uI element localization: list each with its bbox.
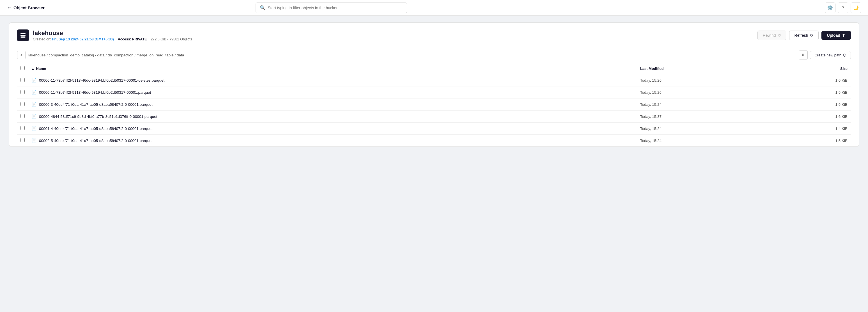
file-browser: < lakehouse / compaction_demo_catalog / … <box>17 47 851 147</box>
svg-rect-0 <box>21 33 26 34</box>
file-icon: 📄 <box>31 102 37 107</box>
table-row: 📄 00000-4844-58df71c9-9b8d-4bf0-a77b-8c5… <box>17 111 851 123</box>
create-new-path-button[interactable]: Create new path ⬡ <box>810 51 851 59</box>
file-icon: 📄 <box>31 78 37 83</box>
breadcrumb-path: lakehouse / compaction_demo_catalog / da… <box>28 53 796 57</box>
file-name[interactable]: 00000-4844-58df71c9-9b8d-4bf0-a77b-8c51e… <box>39 115 157 119</box>
row-modified-cell: Today, 15:24 <box>637 135 768 147</box>
row-checkbox-4[interactable] <box>21 126 25 130</box>
row-size-cell: 1.5 KiB <box>768 86 851 98</box>
row-checkbox-cell <box>17 86 28 98</box>
file-name[interactable]: 00000-11-73b74f2f-5113-46dc-9319-bbf0b2d… <box>39 78 164 83</box>
bucket-meta: Created on: Fri, Sep 13 2024 02:21:58 (G… <box>33 37 192 41</box>
row-name-cell: 📄 00001-4-40ed4f71-f0da-41a7-ae05-d8aba5… <box>28 123 637 135</box>
gear-icon: ⚙️ <box>827 5 833 10</box>
table-header-row: ▲ Name Last Modified Size <box>17 63 851 74</box>
top-navigation: ← Object Browser 🔍 ⚙️ ? 🌙 <box>0 0 868 16</box>
refresh-button[interactable]: Refresh ↻ <box>789 31 818 40</box>
row-checkbox-3[interactable] <box>21 114 25 118</box>
size-column-header: Size <box>768 63 851 74</box>
row-checkbox-5[interactable] <box>21 138 25 142</box>
breadcrumb-back-button[interactable]: < <box>17 51 26 59</box>
file-name[interactable]: 00000-3-40ed4f71-f0da-41a7-ae05-d8aba584… <box>39 102 153 106</box>
bucket-icon <box>17 29 29 41</box>
breadcrumb-bar: < lakehouse / compaction_demo_catalog / … <box>17 47 851 63</box>
table-row: 📄 00000-11-73b74f2f-5113-46dc-9319-bbf0b… <box>17 74 851 86</box>
row-size-cell: 1.4 KiB <box>768 123 851 135</box>
table-row: 📄 00001-4-40ed4f71-f0da-41a7-ae05-d8aba5… <box>17 123 851 135</box>
sort-arrow-icon: ▲ <box>31 67 34 70</box>
row-checkbox-1[interactable] <box>21 90 25 94</box>
upload-button[interactable]: Upload ⬆ <box>822 31 851 40</box>
upload-label: Upload <box>827 33 840 38</box>
copy-icon: ⧉ <box>802 53 804 57</box>
back-icon: < <box>20 53 23 57</box>
name-column-header: ▲ Name <box>28 63 637 74</box>
row-size-cell: 1.6 KiB <box>768 111 851 123</box>
row-name-cell: 📄 00000-3-40ed4f71-f0da-41a7-ae05-d8aba5… <box>28 98 637 111</box>
upload-icon: ⬆ <box>842 33 845 38</box>
row-modified-cell: Today, 15:24 <box>637 123 768 135</box>
rewind-label: Rewind <box>763 33 776 38</box>
row-checkbox-cell <box>17 74 28 86</box>
row-modified-cell: Today, 15:26 <box>637 74 768 86</box>
back-arrow-icon: ← <box>7 5 12 11</box>
new-path-icon: ⬡ <box>843 53 846 57</box>
help-icon: ? <box>842 5 844 10</box>
bucket-info: lakehouse Created on: Fri, Sep 13 2024 0… <box>33 29 192 41</box>
select-all-checkbox[interactable] <box>21 66 25 70</box>
search-icon: 🔍 <box>260 5 266 10</box>
row-name-cell: 📄 00000-11-73b74f2f-5113-46dc-9319-bbf0b… <box>28 86 637 98</box>
file-name[interactable]: 00001-4-40ed4f71-f0da-41a7-ae05-d8aba584… <box>39 127 153 131</box>
refresh-label: Refresh <box>795 33 808 38</box>
created-label: Created on: <box>33 37 51 41</box>
row-checkbox-2[interactable] <box>21 102 25 106</box>
row-checkbox-0[interactable] <box>21 78 25 82</box>
row-size-cell: 1.5 KiB <box>768 135 851 147</box>
row-checkbox-cell <box>17 135 28 147</box>
bucket-header: lakehouse Created on: Fri, Sep 13 2024 0… <box>17 29 851 41</box>
file-name[interactable]: 00000-11-73b74f2f-5113-46dc-9319-bbf0b2d… <box>39 90 151 95</box>
new-path-label: Create new path <box>815 53 841 57</box>
moon-icon: 🌙 <box>853 5 859 10</box>
row-modified-cell: Today, 15:24 <box>637 98 768 111</box>
row-name-cell: 📄 00002-5-40ed4f71-f0da-41a7-ae05-d8aba5… <box>28 135 637 147</box>
row-size-cell: 1.6 KiB <box>768 74 851 86</box>
last-modified-column-header: Last Modified <box>637 63 768 74</box>
row-size-cell: 1.5 KiB <box>768 98 851 111</box>
database-icon <box>20 32 26 39</box>
nav-actions: ⚙️ ? 🌙 <box>825 2 861 13</box>
theme-toggle-button[interactable]: 🌙 <box>850 2 861 13</box>
svg-rect-2 <box>21 36 26 38</box>
file-icon: 📄 <box>31 126 37 131</box>
back-button[interactable]: ← Object Browser <box>7 5 44 11</box>
bucket-card: lakehouse Created on: Fri, Sep 13 2024 0… <box>9 23 859 147</box>
access-label: Access: <box>118 37 131 41</box>
breadcrumb-actions: ⧉ Create new path ⬡ <box>799 51 851 60</box>
bucket-stats: 272.6 GiB - 79382 Objects <box>151 37 192 41</box>
copy-path-button[interactable]: ⧉ <box>799 51 808 60</box>
row-modified-cell: Today, 15:37 <box>637 111 768 123</box>
table-row: 📄 00000-11-73b74f2f-5113-46dc-9319-bbf0b… <box>17 86 851 98</box>
rewind-icon: ↺ <box>778 33 781 38</box>
table-row: 📄 00002-5-40ed4f71-f0da-41a7-ae05-d8aba5… <box>17 135 851 147</box>
bucket-name: lakehouse <box>33 29 192 37</box>
row-name-cell: 📄 00000-4844-58df71c9-9b8d-4bf0-a77b-8c5… <box>28 111 637 123</box>
file-name[interactable]: 00002-5-40ed4f71-f0da-41a7-ae05-d8aba584… <box>39 138 153 143</box>
search-bar: 🔍 <box>255 2 407 13</box>
settings-button[interactable]: ⚙️ <box>825 2 835 13</box>
select-all-header <box>17 63 28 74</box>
help-button[interactable]: ? <box>838 2 848 13</box>
file-table: ▲ Name Last Modified Size <box>17 63 851 147</box>
bucket-actions: Rewind ↺ Refresh ↻ Upload ⬆ <box>757 31 851 40</box>
rewind-button[interactable]: Rewind ↺ <box>757 31 786 40</box>
file-icon: 📄 <box>31 90 37 95</box>
file-icon: 📄 <box>31 138 37 143</box>
svg-rect-1 <box>21 35 26 36</box>
file-icon: 📄 <box>31 114 37 119</box>
table-row: 📄 00000-3-40ed4f71-f0da-41a7-ae05-d8aba5… <box>17 98 851 111</box>
search-input[interactable] <box>268 6 403 10</box>
created-date: Fri, Sep 13 2024 02:21:58 (GMT+5:30) <box>52 37 114 41</box>
bucket-title-area: lakehouse Created on: Fri, Sep 13 2024 0… <box>17 29 192 41</box>
main-content: lakehouse Created on: Fri, Sep 13 2024 0… <box>0 16 868 154</box>
